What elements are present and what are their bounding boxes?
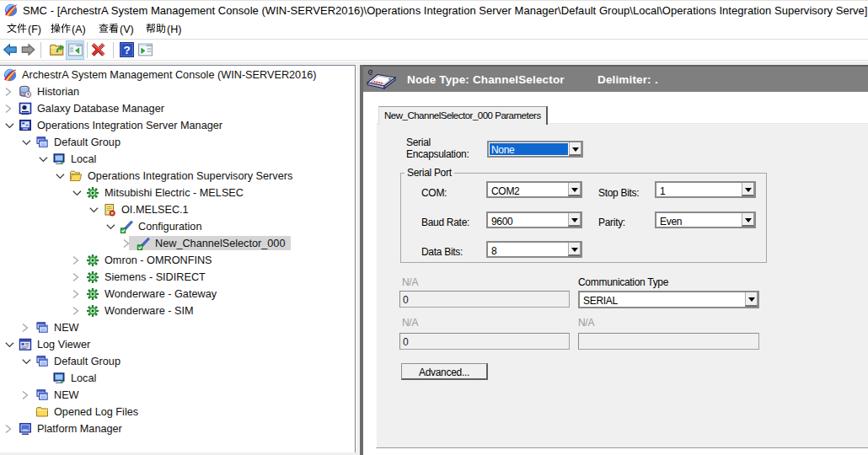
svg-text:?: ? (123, 44, 130, 56)
